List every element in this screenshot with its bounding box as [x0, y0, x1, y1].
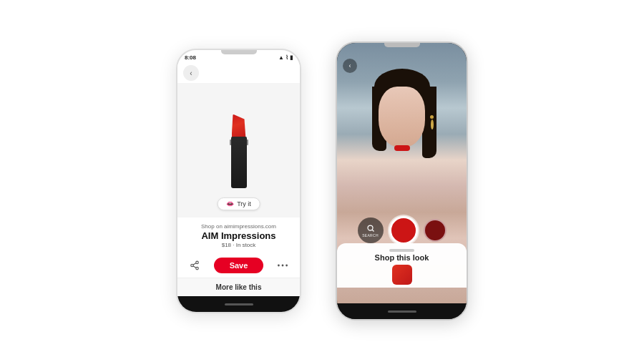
phone-ar: ‹ SEARCH Shop this look	[336, 41, 468, 321]
color-swatch-red[interactable]	[389, 216, 418, 245]
home-indicator-2	[388, 310, 416, 313]
phone1-screen: ‹ 👄 Try it Shop on aimimpressions.com	[177, 63, 300, 296]
color-swatch-dark-red[interactable]	[424, 219, 447, 242]
swipe-indicator	[389, 249, 414, 252]
lips-ar	[394, 145, 410, 151]
save-button[interactable]: Save	[214, 258, 264, 273]
shop-product-thumbnail[interactable]	[392, 265, 412, 285]
battery-icon: ▮	[290, 54, 293, 61]
svg-point-1	[191, 264, 194, 267]
phone1-topbar: ‹	[177, 63, 300, 83]
svg-point-6	[282, 265, 284, 267]
svg-point-2	[196, 267, 199, 270]
phone1-bottom-bar	[177, 296, 300, 312]
more-like-this-button[interactable]: More like this	[177, 278, 300, 296]
try-it-label: Try it	[237, 200, 251, 207]
earring-drop	[431, 119, 434, 129]
try-it-icon: 👄	[226, 200, 234, 207]
earring-right	[430, 115, 434, 129]
search-label: SEARCH	[362, 233, 379, 238]
scene: 8:08 ▲ ⌇ ▮ ‹ 👄	[0, 0, 644, 362]
face-overlay	[374, 69, 431, 169]
status-bar-2	[337, 43, 467, 56]
svg-line-3	[193, 266, 196, 268]
color-swatches-bar: SEARCH	[337, 213, 467, 248]
search-swatch-button[interactable]: SEARCH	[358, 217, 384, 243]
status-bar-1: 8:08 ▲ ⌇ ▮	[177, 50, 300, 63]
brand-name: AIM Impressions	[185, 230, 293, 241]
try-it-button[interactable]: 👄 Try it	[217, 197, 260, 210]
shop-this-look-panel[interactable]: Shop this look	[337, 243, 467, 288]
svg-line-4	[193, 263, 196, 265]
home-indicator-1	[225, 303, 253, 305]
lipstick-body	[231, 137, 247, 188]
product-info: Shop on aimimpressions.com AIM Impressio…	[177, 217, 300, 255]
shop-on-text: Shop on aimimpressions.com	[185, 223, 293, 230]
time-display: 8:08	[185, 54, 196, 61]
face-skin	[379, 87, 425, 147]
signal-icon: ▲	[278, 54, 284, 61]
svg-line-9	[372, 230, 374, 231]
more-options-button[interactable]	[275, 258, 290, 273]
back-button-1[interactable]: ‹	[183, 65, 199, 81]
wifi-icon: ⌇	[286, 54, 288, 61]
camera-area: ‹ SEARCH Shop this look	[337, 43, 467, 303]
phone2-bottom-bar	[337, 303, 467, 319]
product-image-area: 👄 Try it	[177, 83, 300, 217]
phone-product: 8:08 ▲ ⌇ ▮ ‹ 👄	[176, 49, 301, 313]
shop-this-look-label: Shop this look	[337, 253, 467, 262]
svg-point-8	[368, 225, 373, 230]
earring-dot	[430, 115, 434, 119]
svg-point-7	[286, 265, 288, 267]
price-stock: $18 · In stock	[185, 242, 293, 248]
svg-point-0	[196, 261, 199, 264]
svg-point-5	[278, 265, 280, 267]
share-button[interactable]	[187, 258, 202, 273]
back-button-2[interactable]: ‹	[343, 59, 357, 73]
lipstick-tip	[232, 114, 246, 140]
product-actions: Save	[177, 255, 300, 278]
status-icons: ▲ ⌇ ▮	[278, 54, 293, 61]
lipstick-image	[220, 113, 258, 188]
